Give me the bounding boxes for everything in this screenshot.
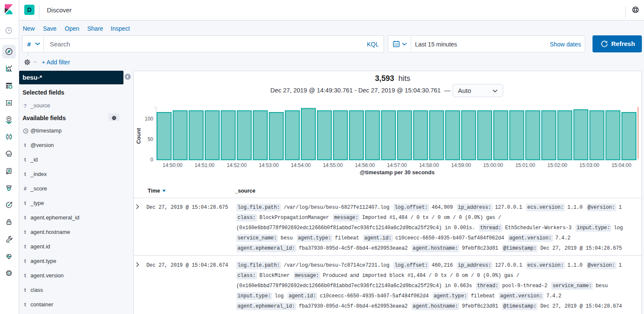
svg-text:14:59:00: 14:59:00 — [451, 162, 471, 168]
svg-text:14:58:00: 14:58:00 — [419, 162, 439, 168]
svg-text:15:04:00: 15:04:00 — [612, 162, 632, 168]
svg-text:14:51:00: 14:51:00 — [195, 162, 215, 168]
svg-text:14:52:00: 14:52:00 — [227, 162, 247, 168]
svg-text:14:55:00: 14:55:00 — [323, 162, 343, 168]
svg-text:0: 0 — [150, 157, 153, 163]
svg-text:15:01:00: 15:01:00 — [515, 162, 535, 168]
svg-text:50: 50 — [148, 136, 154, 142]
svg-text:15:02:00: 15:02:00 — [547, 162, 567, 168]
svg-text:14:53:00: 14:53:00 — [259, 162, 279, 168]
svg-text:15:03:00: 15:03:00 — [579, 162, 599, 168]
svg-text:Count: Count — [135, 128, 142, 144]
svg-text:14:57:00: 14:57:00 — [387, 162, 407, 168]
svg-text:14:50:00: 14:50:00 — [163, 162, 183, 168]
svg-text:15:00:00: 15:00:00 — [483, 162, 503, 168]
svg-text:@timestamp per 30 seconds: @timestamp per 30 seconds — [360, 169, 435, 176]
svg-text:14:56:00: 14:56:00 — [355, 162, 375, 168]
svg-text:100: 100 — [145, 116, 153, 122]
svg-text:14:54:00: 14:54:00 — [291, 162, 311, 168]
